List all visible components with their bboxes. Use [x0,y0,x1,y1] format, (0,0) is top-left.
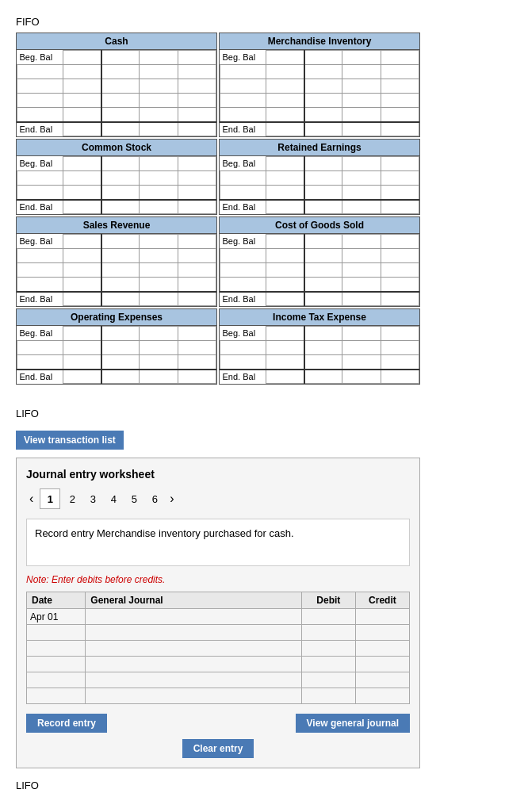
debit-cell[interactable] [301,641,355,657]
credit-column-header: Credit [355,592,409,609]
credit-cell[interactable] [355,672,409,688]
general-journal-cell[interactable] [86,641,301,657]
date-cell[interactable] [27,672,86,688]
sr-end-bal: End. Bal [17,292,63,306]
date-column-header: Date [27,592,86,609]
entry-description: Record entry Merchandise inventory purch… [26,519,410,566]
oe-beg-bal: Beg. Bal [17,327,63,341]
debit-column-header: Debit [301,592,355,609]
cash-end-bal: End. Bal [17,122,63,136]
date-cell[interactable] [27,688,86,704]
page-3-button[interactable]: 3 [84,490,101,508]
income-tax-header: Income Tax Expense [220,309,419,326]
credit-cell[interactable] [355,609,409,625]
oe-end-bal: End. Bal [17,370,63,384]
cash-t-account: Cash Beg. Bal End. Bal [16,33,217,137]
re-beg-bal: Beg. Bal [220,157,266,171]
table-row [27,688,410,704]
journal-title: Journal entry worksheet [26,468,410,481]
debit-cell[interactable] [301,688,355,704]
retained-earnings-t-account: Retained Earnings Beg. Bal End. Bal [219,139,420,215]
note-text: Note: Enter debits before credits. [26,574,410,585]
cogs-header: Cost of Goods Sold [220,217,419,234]
view-transaction-button[interactable]: View transaction list [16,431,124,450]
cogs-beg-bal: Beg. Bal [220,235,266,249]
common-stock-t-account: Common Stock Beg. Bal End. Bal [16,139,217,215]
retained-earnings-header: Retained Earnings [220,140,419,156]
page-5-button[interactable]: 5 [125,490,143,508]
merch-beg-bal: Beg. Bal [220,51,266,65]
ite-end-bal: End. Bal [220,370,266,384]
operating-expenses-t-account: Operating Expenses Beg. Bal End. Bal [16,308,217,385]
table-row: Apr 01 [27,609,410,625]
general-journal-cell[interactable] [86,672,301,688]
table-row [27,625,410,641]
page-6-button[interactable]: 6 [146,490,163,508]
general-journal-column-header: General Journal [86,592,301,609]
date-cell[interactable] [27,657,86,672]
ite-beg-bal: Beg. Bal [220,327,266,341]
general-journal-cell[interactable] [86,625,301,641]
income-tax-t-account: Income Tax Expense Beg. Bal End. Bal [219,308,420,385]
general-journal-cell[interactable] [86,688,301,704]
common-stock-header: Common Stock [17,140,216,156]
general-journal-cell[interactable] [86,657,301,672]
date-cell[interactable] [27,641,86,657]
journal-table: Date General Journal Debit Credit Apr 01 [26,592,410,704]
action-buttons: Record entry View general journal [26,714,410,733]
operating-expenses-header: Operating Expenses [17,309,216,326]
next-page-button[interactable]: › [166,490,177,508]
view-general-journal-button[interactable]: View general journal [296,714,410,733]
cs-beg-bal: Beg. Bal [17,157,63,171]
debit-cell[interactable] [301,609,355,625]
page-navigation: ‹ 1 2 3 4 5 6 › [26,488,410,509]
page-1-button[interactable]: 1 [40,488,60,509]
cash-beg-bal: Beg. Bal [17,51,63,65]
credit-cell[interactable] [355,688,409,704]
date-cell[interactable] [27,625,86,641]
fifo-label: FIFO [16,16,489,28]
general-journal-cell[interactable] [86,609,301,625]
sales-revenue-t-account: Sales Revenue Beg. Bal End. Bal [16,216,217,307]
debit-cell[interactable] [301,657,355,672]
record-entry-button[interactable]: Record entry [26,714,107,733]
journal-section: View transaction list Journal entry work… [16,431,489,768]
sales-revenue-header: Sales Revenue [17,217,216,234]
credit-cell[interactable] [355,641,409,657]
date-cell[interactable]: Apr 01 [27,609,86,625]
debit-cell[interactable] [301,672,355,688]
merch-end-bal: End. Bal [220,122,266,136]
table-row [27,641,410,657]
lifo-bottom-label: LIFO [16,779,489,791]
cash-header: Cash [17,33,216,50]
page-2-button[interactable]: 2 [63,490,81,508]
sr-beg-bal: Beg. Bal [17,235,63,249]
fifo-t-account-grid: Cash Beg. Bal End. Bal Merchandise Inven… [16,33,420,385]
debit-cell[interactable] [301,625,355,641]
credit-cell[interactable] [355,657,409,672]
re-end-bal: End. Bal [220,200,266,214]
table-row [27,672,410,688]
cogs-t-account: Cost of Goods Sold Beg. Bal End. Bal [219,216,420,307]
page-4-button[interactable]: 4 [105,490,122,508]
cs-end-bal: End. Bal [17,200,63,214]
journal-worksheet: Journal entry worksheet ‹ 1 2 3 4 5 6 › … [16,458,420,768]
lifo-label: LIFO [16,408,489,419]
clear-entry-button[interactable]: Clear entry [182,739,254,758]
merchandise-inventory-t-account: Merchandise Inventory Beg. Bal End. Bal [219,33,420,137]
credit-cell[interactable] [355,625,409,641]
cogs-end-bal: End. Bal [220,292,266,306]
prev-page-button[interactable]: ‹ [26,490,36,508]
merchandise-inventory-header: Merchandise Inventory [220,33,419,50]
table-row [27,657,410,672]
